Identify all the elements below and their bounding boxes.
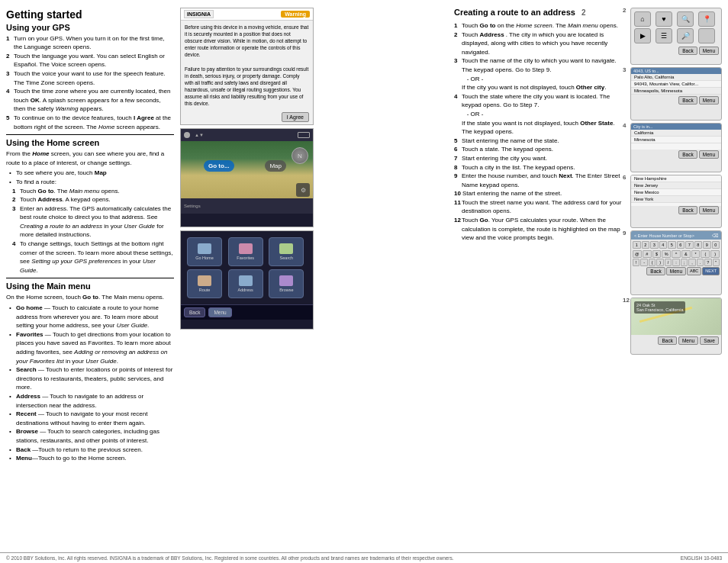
- ss6-wrapper: 6 New Hampshire New Jersey New Mexico Ne…: [630, 175, 722, 228]
- i-agree-button[interactable]: I Agree: [282, 112, 309, 122]
- mm-route-icon[interactable]: Route: [187, 269, 222, 298]
- ss9-key-dot[interactable]: .: [697, 259, 704, 266]
- ss9-key-amp[interactable]: &: [681, 250, 691, 258]
- ss2-icon-blank: [698, 28, 715, 43]
- ss12-step-num: 12: [623, 297, 630, 304]
- ss9-key-2[interactable]: 2: [642, 241, 650, 249]
- creating-route-title: Creating a route to an address: [454, 8, 575, 17]
- creating-step-5: 5 Start entering the name of the state.: [454, 137, 626, 146]
- gps-step-3: 3 Touch the voice your want to use for t…: [6, 69, 174, 87]
- ss9-key-caret[interactable]: ^: [672, 250, 681, 258]
- ss9-key-9[interactable]: 9: [703, 241, 711, 249]
- ss9-key-8[interactable]: 8: [694, 241, 703, 249]
- mm-address-icon[interactable]: Address: [228, 269, 263, 298]
- ss9-keypad-row1: 1 2 3 4 5 6 7 8 9 0: [631, 240, 721, 250]
- ss9-key-colon[interactable]: :: [672, 259, 679, 266]
- ss12-save-btn[interactable]: Save: [700, 336, 719, 345]
- ss9-key-minus[interactable]: -: [640, 259, 647, 266]
- ss9-key-exclm[interactable]: !: [633, 259, 639, 266]
- ss4-wrapper: 4 City is in... California Minnesota Bac…: [630, 123, 722, 172]
- ss6-back-btn[interactable]: Back: [678, 206, 697, 214]
- ss4-back-btn[interactable]: Back: [678, 150, 697, 159]
- gps-settings-area: ⚙: [296, 183, 310, 197]
- main-menu-content: On the Home screen, touch Go to. The Mai…: [6, 293, 174, 462]
- ss3-item-3[interactable]: Minneapolis, Minnesota: [631, 88, 721, 95]
- ss9-key-at[interactable]: @: [633, 250, 642, 258]
- warning-body: Before using this device in a moving veh…: [181, 21, 313, 110]
- ss6-item-1[interactable]: New Hampshire: [631, 175, 721, 182]
- ss9-key-hash[interactable]: #: [643, 250, 652, 258]
- ss6-item-2[interactable]: New Jersey: [631, 182, 721, 189]
- main-menu-screenshot: Go Home Favorites Search Route: [180, 230, 314, 330]
- ss9-abc-btn[interactable]: ABC: [687, 267, 701, 275]
- gps-step-2: 2 Touch the language you want. You can s…: [6, 52, 174, 69]
- mm-search-label: Search: [280, 256, 293, 260]
- ss3-item-2[interactable]: 94043, Mountain View, Califor...: [631, 81, 721, 88]
- ss9-panel: < Enter House Number or Stop> ⌫ 1 2 3 4 …: [630, 230, 722, 295]
- ss9-keypad-row2: @ # $ % ^ & * ( ): [631, 250, 721, 259]
- ss9-key-star[interactable]: *: [691, 250, 701, 258]
- ss4-item-1[interactable]: California: [631, 130, 721, 137]
- gps-settings-icon[interactable]: ⚙: [296, 183, 310, 197]
- ss9-key-7[interactable]: 7: [685, 241, 694, 249]
- ss2-back-btn[interactable]: Back: [678, 47, 697, 55]
- mm-favorites-icon[interactable]: Favorites: [228, 237, 263, 266]
- ss2-panel: ⌂ ♥ 🔍 📍 ▶ ☰ 🔎 Back Men: [630, 8, 722, 65]
- home-screen-content: From the Home screen, you can see where …: [6, 150, 174, 275]
- ss6-menu-btn[interactable]: Menu: [699, 206, 719, 214]
- insignia-logo: INSIGNIA: [184, 10, 214, 18]
- ss9-key-lbr[interactable]: (: [649, 259, 656, 266]
- ss2-menu-btn[interactable]: Menu: [699, 47, 719, 55]
- ss9-key-pct[interactable]: %: [662, 250, 671, 258]
- ss12-back-btn[interactable]: Back: [658, 336, 676, 345]
- ss9-key-dollar[interactable]: $: [652, 250, 662, 258]
- mm-go-home-label: Go Home: [195, 256, 214, 260]
- ss12-buttons: Back Menu Save: [631, 335, 721, 346]
- ss4-item-2[interactable]: Minnesota: [631, 137, 721, 143]
- ss9-key-slash[interactable]: /: [665, 259, 672, 266]
- ss9-key-4[interactable]: 4: [659, 241, 668, 249]
- mm-browse-icon[interactable]: Browse: [269, 269, 304, 298]
- mm-address-shape: [239, 275, 253, 286]
- ss6-item-4[interactable]: New York: [631, 196, 721, 203]
- ss9-key-rbr[interactable]: ): [656, 259, 663, 266]
- ss3-back-btn[interactable]: Back: [678, 96, 697, 105]
- ss12-map-area: 24 Oak StSan Francisco, California: [631, 298, 721, 335]
- mm-back-button[interactable]: Back: [184, 307, 205, 317]
- ss9-key-qmark[interactable]: ?: [704, 259, 711, 266]
- ss2-icon-addr: ☰: [656, 28, 672, 43]
- ss9-key-comma[interactable]: ,: [688, 259, 695, 266]
- mm-search-icon[interactable]: Search: [269, 237, 304, 266]
- ss3-item-1[interactable]: Palo Alto, California: [631, 74, 721, 81]
- ss9-menu-btn[interactable]: Menu: [666, 267, 686, 275]
- ss3-menu-btn[interactable]: Menu: [699, 96, 719, 105]
- ss9-key-quote[interactable]: ": [713, 259, 720, 266]
- ss9-key-rpar[interactable]: ): [710, 250, 720, 258]
- ss9-back-btn[interactable]: Back: [646, 267, 665, 275]
- ss2-icons-grid: ⌂ ♥ 🔍 📍 ▶ ☰ 🔎: [631, 8, 721, 47]
- creating-route-num: 2: [581, 8, 586, 17]
- mm-menu-button[interactable]: Menu: [208, 307, 231, 317]
- ss9-next-btn[interactable]: NEXT: [702, 267, 720, 275]
- ss12-menu-btn[interactable]: Menu: [678, 336, 698, 345]
- right-top-row: Creating a route to an address 2 1 Touch…: [454, 8, 722, 355]
- ss9-key-3[interactable]: 3: [650, 241, 659, 249]
- ss6-buttons: Back Menu: [631, 206, 721, 217]
- ss9-key-lpar[interactable]: (: [701, 250, 710, 258]
- gps-go-button[interactable]: Go to...: [204, 160, 234, 172]
- right-screenshots-column: 2 ⌂ ♥ 🔍 📍 ▶ ☰ 🔎: [630, 8, 722, 355]
- mm-go-home-icon[interactable]: Go Home: [187, 237, 222, 266]
- left-column: Getting started Using your GPS 1 Turn on…: [6, 8, 174, 549]
- ss9-key-1[interactable]: 1: [633, 241, 641, 249]
- ss12-address-label: 24 Oak StSan Francisco, California: [634, 301, 685, 314]
- ss9-key-0[interactable]: 0: [712, 241, 720, 249]
- ss6-item-3[interactable]: New Mexico: [631, 189, 721, 196]
- ss3-step-num: 3: [623, 66, 626, 73]
- ss9-key-semi[interactable]: ;: [681, 259, 688, 266]
- ss9-key-5[interactable]: 5: [668, 241, 676, 249]
- ss4-menu-btn[interactable]: Menu: [699, 150, 719, 159]
- ss9-key-6[interactable]: 6: [677, 241, 685, 249]
- creating-step-9: 9 Enter the house number, and touch Next…: [454, 172, 626, 189]
- gps-step-4: 4 Touch the time zone where you are curr…: [6, 87, 174, 114]
- gps-map-button[interactable]: Map: [265, 160, 286, 172]
